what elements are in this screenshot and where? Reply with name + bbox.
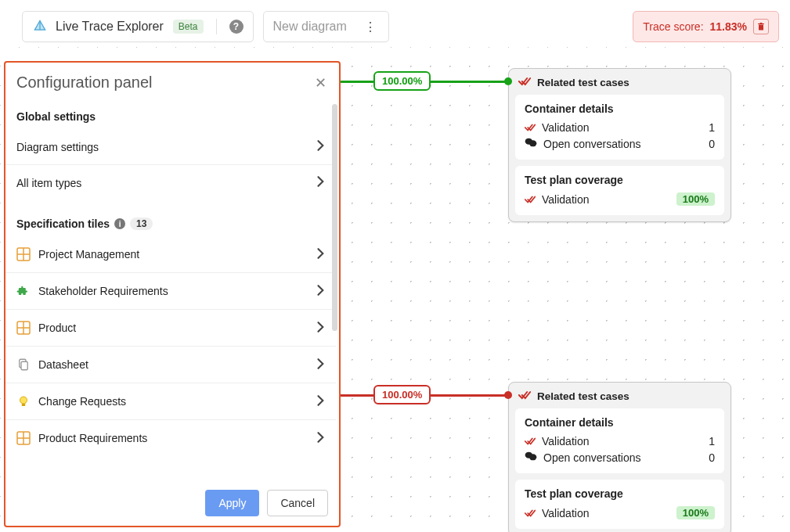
check-icon: [525, 193, 536, 206]
config-panel-title: Configuration panel: [16, 74, 152, 92]
tile-row-stakeholder-requirements[interactable]: Stakeholder Requirements: [5, 273, 336, 310]
copy-icon: [16, 358, 31, 372]
config-panel-body[interactable]: Global settings Diagram settings All ite…: [5, 99, 339, 480]
svg-point-16: [529, 454, 536, 460]
chevron-right-icon: [317, 176, 325, 189]
card-title: Test plan coverage: [525, 174, 715, 186]
info-icon[interactable]: i: [114, 218, 125, 229]
tile-row-product-requirements[interactable]: Product Requirements: [5, 420, 336, 456]
new-diagram-label: New diagram: [273, 20, 347, 34]
lightbulb-icon: [16, 394, 31, 408]
diagram-tile-related-test-cases-2[interactable]: Related test cases Container details Val…: [508, 382, 731, 532]
tile-row-product[interactable]: Product: [5, 310, 336, 347]
svg-rect-7: [21, 361, 27, 370]
validation-label: Validation: [542, 435, 589, 448]
topbar: Live Trace Explorer Beta ? New diagram ⋮: [0, 0, 790, 42]
chevron-right-icon: [317, 140, 325, 153]
svg-rect-9: [22, 404, 26, 406]
app-logo-icon: [32, 19, 48, 34]
puzzle-icon: [16, 284, 31, 298]
tile-row-label: Stakeholder Requirements: [38, 285, 168, 297]
chevron-right-icon: [317, 322, 325, 335]
spec-tiles-count: 13: [130, 217, 153, 230]
tile-row-change-requests[interactable]: Change Requests: [5, 383, 336, 420]
connector-endpoint: [504, 77, 512, 85]
card-title: Container details: [525, 416, 715, 429]
validation-count: 1: [709, 435, 715, 448]
coverage-validation-label: Validation: [542, 193, 589, 206]
row-label: All item types: [16, 177, 81, 189]
tile-row-project-management[interactable]: Project Management: [5, 236, 336, 273]
connector-endpoint: [504, 391, 512, 399]
tile-row-label: Product Requirements: [38, 432, 147, 444]
open-conversations-label: Open conversations: [543, 451, 641, 464]
tile-title: Related test cases: [537, 77, 629, 88]
apply-button[interactable]: Apply: [205, 490, 259, 516]
diagram-tile-related-test-cases-1[interactable]: Related test cases Container details Val…: [508, 68, 731, 222]
coverage-pct-badge: 100%: [676, 506, 715, 519]
open-conversations-label: Open conversations: [543, 138, 641, 150]
row-diagram-settings[interactable]: Diagram settings: [5, 129, 336, 165]
tile-row-label: Project Management: [38, 248, 139, 261]
connector-label-red: 100.00%: [373, 385, 431, 404]
tile-title: Related test cases: [537, 390, 629, 402]
global-settings-heading: Global settings: [5, 99, 336, 129]
grid-icon: [16, 247, 31, 261]
tile-row-label: Product: [38, 322, 76, 334]
tile-row-datasheet[interactable]: Datasheet: [5, 347, 336, 383]
check-icon: [525, 121, 536, 134]
new-diagram-pill[interactable]: New diagram ⋮: [263, 11, 389, 42]
grid-icon: [16, 321, 31, 335]
open-conversations-count: 0: [709, 451, 715, 464]
scrollbar[interactable]: [332, 104, 337, 331]
chevron-right-icon: [317, 432, 325, 445]
connector-label-green: 100.00%: [373, 71, 431, 91]
test-plan-coverage-card: Test plan coverage Validation 100%: [515, 480, 724, 529]
configuration-panel: Configuration panel ✕ Global settings Di…: [4, 61, 341, 527]
validation-label: Validation: [542, 121, 589, 134]
svg-point-8: [20, 397, 27, 404]
check-icon: [525, 507, 536, 519]
cancel-button[interactable]: Cancel: [267, 490, 328, 516]
check-icon: [525, 435, 536, 448]
row-all-item-types[interactable]: All item types: [5, 165, 336, 200]
tile-row-label: Datasheet: [38, 358, 88, 371]
chat-icon: [525, 451, 537, 464]
chevron-right-icon: [317, 358, 325, 372]
coverage-validation-label: Validation: [542, 507, 589, 519]
container-details-card: Container details Validation 1 Open conv…: [515, 95, 724, 160]
grid-icon: [16, 431, 31, 445]
help-icon[interactable]: ?: [229, 20, 243, 34]
check-icon: [518, 390, 531, 402]
app-title-pill: Live Trace Explorer Beta ?: [22, 11, 254, 42]
more-menu-icon[interactable]: ⋮: [361, 20, 379, 34]
card-title: Container details: [525, 102, 715, 115]
chevron-right-icon: [317, 285, 325, 298]
row-label: Diagram settings: [16, 141, 99, 153]
card-title: Test plan coverage: [525, 487, 715, 500]
svg-point-14: [529, 140, 536, 146]
container-details-card: Container details Validation 1 Open conv…: [515, 408, 724, 473]
check-icon: [518, 77, 531, 88]
beta-badge: Beta: [173, 20, 204, 34]
close-icon[interactable]: ✕: [315, 76, 326, 90]
tile-row-label: Change Requests: [38, 395, 126, 408]
spec-tiles-heading: Specification tiles i 13: [5, 200, 336, 236]
open-conversations-count: 0: [709, 138, 715, 150]
chevron-right-icon: [317, 395, 325, 408]
spec-tiles-title-text: Specification tiles: [16, 217, 110, 230]
chevron-right-icon: [317, 248, 325, 261]
chat-icon: [525, 137, 537, 150]
test-plan-coverage-card: Test plan coverage Validation 100%: [515, 166, 724, 215]
app-title: Live Trace Explorer: [56, 20, 164, 34]
validation-count: 1: [709, 121, 715, 134]
coverage-pct-badge: 100%: [676, 192, 715, 206]
